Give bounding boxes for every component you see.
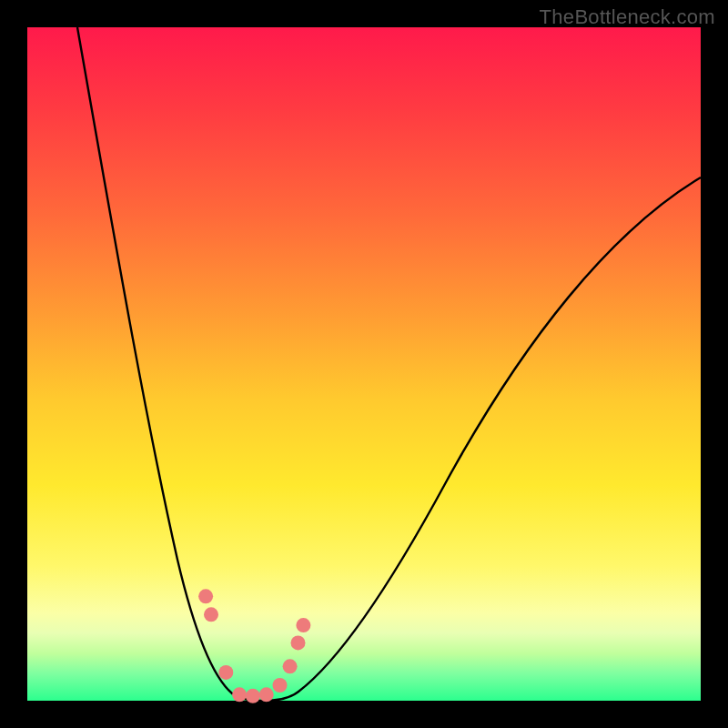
- chart-frame: TheBottleneck.com: [0, 0, 728, 728]
- marker-dot: [273, 678, 288, 693]
- marker-dot: [296, 618, 310, 632]
- marker-dot: [259, 687, 274, 702]
- curve-right-branch: [264, 177, 701, 701]
- plot-area: [27, 27, 701, 701]
- marker-dot: [246, 689, 260, 703]
- marker-dot: [291, 635, 306, 650]
- marker-dot: [218, 665, 233, 680]
- marker-dots: [198, 589, 310, 703]
- watermark-text: TheBottleneck.com: [540, 5, 715, 29]
- marker-dot: [198, 589, 213, 603]
- marker-dot: [204, 607, 218, 622]
- marker-dot: [283, 659, 298, 673]
- bottleneck-curve: [27, 27, 701, 701]
- curve-left-branch: [77, 27, 264, 701]
- marker-dot: [232, 687, 247, 702]
